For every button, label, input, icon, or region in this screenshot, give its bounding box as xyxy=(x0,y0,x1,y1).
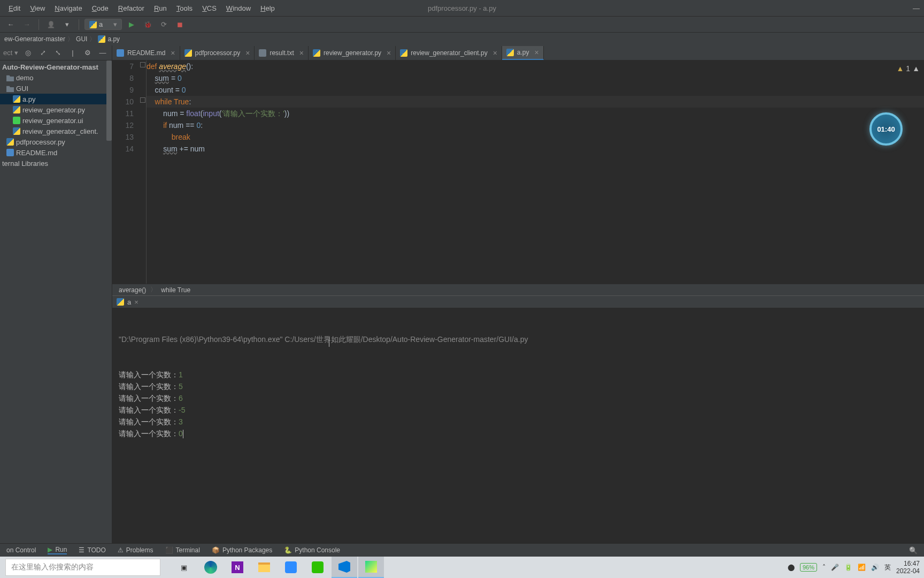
close-icon[interactable]: × xyxy=(535,48,539,57)
stop-button[interactable] xyxy=(173,18,186,31)
tree-node[interactable]: demo xyxy=(0,72,112,83)
menu-refactor[interactable]: Refactor xyxy=(114,3,149,13)
settings-button[interactable] xyxy=(82,47,94,59)
editor-tab[interactable]: pdfprocessor.py× xyxy=(180,46,255,60)
todo-tab[interactable]: ☰TODO xyxy=(79,546,105,554)
clock[interactable]: 16:47 2022-04 xyxy=(896,560,920,575)
fold-handle[interactable] xyxy=(140,97,145,103)
code-line[interactable]: sum += num xyxy=(147,143,924,155)
tree-node[interactable]: a.py xyxy=(0,94,112,104)
tree-external-libraries[interactable]: ternal Libraries xyxy=(0,158,112,169)
locate-file-button[interactable] xyxy=(22,47,34,59)
menu-tools[interactable]: Tools xyxy=(172,3,197,13)
code-line[interactable]: def average(): xyxy=(147,60,924,72)
fold-handle[interactable] xyxy=(140,62,145,67)
taskbar-app-vscode[interactable] xyxy=(332,557,357,578)
breadcrumb-item[interactable]: average() xyxy=(119,286,146,294)
tray-chevron-icon[interactable]: ˄ xyxy=(822,564,826,571)
tree-node[interactable]: pdfprocessor.py xyxy=(0,136,112,147)
close-icon[interactable]: × xyxy=(493,49,497,57)
code-line[interactable]: if num == 0: xyxy=(147,119,924,131)
nav-forward-button[interactable] xyxy=(20,18,33,31)
menu-code[interactable]: Code xyxy=(88,3,113,13)
battery-icon[interactable]: 🔋 xyxy=(844,564,852,571)
close-icon[interactable]: × xyxy=(171,49,175,57)
tree-root[interactable]: Auto-Review-Generator-mast xyxy=(0,62,112,72)
code-editor[interactable]: 7891011121314 def average(): sum = 0 cou… xyxy=(112,60,924,284)
battery-indicator[interactable]: 96% xyxy=(800,563,817,572)
wifi-icon[interactable]: 📶 xyxy=(858,564,866,571)
editor-tab[interactable]: result.txt× xyxy=(255,46,309,60)
coverage-button[interactable] xyxy=(157,18,170,31)
author-button[interactable] xyxy=(44,18,57,31)
problems-tab[interactable]: ⚠Problems xyxy=(118,546,153,554)
tray-icon[interactable]: ⬤ xyxy=(788,564,795,571)
taskbar-app-pycharm[interactable] xyxy=(358,557,384,578)
taskbar-app-onenote[interactable]: N xyxy=(225,557,250,578)
taskbar-app-explorer[interactable] xyxy=(251,557,277,578)
nav-back-button[interactable] xyxy=(4,18,17,31)
taskbar-app-meeting[interactable] xyxy=(278,557,304,578)
taskbar-app-edge[interactable] xyxy=(198,557,224,578)
fold-gutter[interactable] xyxy=(139,60,147,284)
python-console-tab[interactable]: 🐍Python Console xyxy=(284,546,340,554)
version-control-tab[interactable]: on Control xyxy=(6,546,36,554)
menu-run[interactable]: Run xyxy=(150,3,171,13)
run-tool-window: a × "D:\Program Files (x86)\Python39-64\… xyxy=(112,295,924,543)
close-icon[interactable]: × xyxy=(299,49,304,57)
project-tree[interactable]: Auto-Review-Generator-mast demoGUIa.pyre… xyxy=(0,60,112,543)
run-button[interactable] xyxy=(125,18,138,31)
taskbar-app-cmd[interactable]: ▣ xyxy=(171,557,197,578)
menu-window[interactable]: Window xyxy=(222,3,255,13)
code-line[interactable]: break xyxy=(147,131,924,143)
close-icon[interactable]: × xyxy=(245,49,250,57)
tree-node[interactable]: review_generator_client. xyxy=(0,126,112,136)
menu-navigate[interactable]: Navigate xyxy=(50,3,86,13)
menu-view[interactable]: View xyxy=(26,3,49,13)
tree-scrollbar[interactable] xyxy=(106,60,112,141)
inspection-indicator[interactable]: ▲ 1 ▲ xyxy=(896,63,920,74)
microphone-icon[interactable]: 🎤 xyxy=(831,564,839,571)
editor-tab[interactable]: README.md× xyxy=(112,46,180,60)
search-button[interactable] xyxy=(909,546,918,554)
author-dropdown[interactable]: ▾ xyxy=(60,18,73,31)
menu-edit[interactable]: Edit xyxy=(4,3,25,13)
windows-search-input[interactable]: 在这里输入你搜索的内容 xyxy=(5,559,160,576)
debug-button[interactable] xyxy=(141,18,154,31)
code-content[interactable]: def average(): sum = 0 count = 0 while T… xyxy=(147,60,924,284)
close-icon[interactable]: × xyxy=(387,49,391,57)
menu-help[interactable]: Help xyxy=(256,3,279,13)
tree-node[interactable]: README.md xyxy=(0,147,112,158)
editor-tab[interactable]: review_generator_client.py× xyxy=(396,46,502,60)
ime-indicator[interactable]: 英 xyxy=(884,563,891,572)
volume-icon[interactable]: 🔊 xyxy=(871,564,879,571)
tree-node-label: README.md xyxy=(16,149,57,157)
tree-node[interactable]: GUI xyxy=(0,83,112,94)
close-icon[interactable]: × xyxy=(134,298,138,306)
python-packages-tab[interactable]: 📦Python Packages xyxy=(212,546,272,554)
minimize-icon[interactable]: — xyxy=(913,4,920,12)
code-line[interactable]: sum = 0 xyxy=(147,72,924,84)
run-tab-label[interactable]: a xyxy=(127,298,131,306)
taskbar-app-wechat[interactable] xyxy=(305,557,330,578)
editor-tab[interactable]: a.py× xyxy=(502,46,544,60)
breadcrumb-mid[interactable]: GUI xyxy=(76,35,87,43)
code-line[interactable]: while True: xyxy=(147,96,924,108)
collapse-all-button[interactable] xyxy=(52,47,64,59)
project-label[interactable]: ect ▾ xyxy=(3,49,18,57)
tree-node[interactable]: review_generator.py xyxy=(0,104,112,115)
menu-vcs[interactable]: VCS xyxy=(198,3,221,13)
code-line[interactable]: num = float(input('请输入一个实数：')) xyxy=(147,108,924,119)
terminal-tab[interactable]: ⬛Terminal xyxy=(165,546,200,554)
expand-all-button[interactable] xyxy=(37,47,49,59)
code-line[interactable]: count = 0 xyxy=(147,84,924,96)
breadcrumb-root[interactable]: ew-Generator-master xyxy=(4,35,65,43)
breadcrumb-file[interactable]: a.py xyxy=(98,35,120,43)
editor-tab[interactable]: review_generator.py× xyxy=(309,46,396,60)
tree-node[interactable]: review_generator.ui xyxy=(0,115,112,126)
hide-button[interactable] xyxy=(97,47,109,59)
run-tab[interactable]: ▶Run xyxy=(48,546,67,554)
run-config-selector[interactable]: a ▾ xyxy=(84,19,122,30)
run-console[interactable]: "D:\Program Files (x86)\Python39-64\pyth… xyxy=(112,308,924,543)
breadcrumb-item[interactable]: while True xyxy=(161,286,190,294)
